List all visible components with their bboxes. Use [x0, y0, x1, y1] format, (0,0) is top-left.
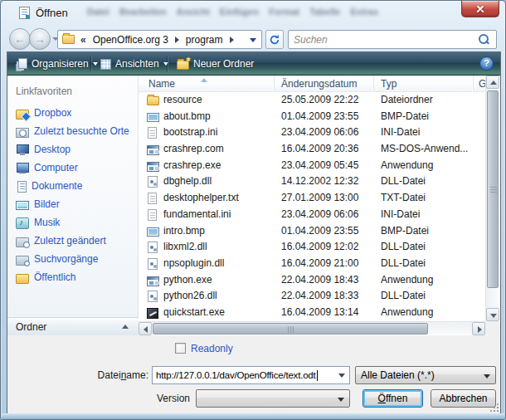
file-type: DLL-Datei [381, 256, 426, 272]
close-icon [475, 4, 485, 14]
column-header-row: Name Änderungsdatum Typ G [139, 76, 485, 92]
readonly-label[interactable]: Readonly [191, 343, 233, 354]
blurred-background-menu: Datei Bearbeiten Ansicht Einfügen Format… [87, 7, 379, 20]
cancel-button[interactable]: Abbrechen [431, 389, 496, 408]
scroll-down-button[interactable] [486, 308, 499, 321]
file-date: 23.04.2009 06:06 [281, 125, 358, 141]
breadcrumb-arrow-icon[interactable] [230, 37, 234, 43]
scroll-up-button[interactable] [486, 76, 499, 89]
sidebar-item-label: Zuletzt geändert [34, 235, 106, 247]
file-date: 22.04.2009 18:43 [281, 272, 358, 289]
favorites-header: Linkfavoriten [16, 85, 72, 97]
organize-button[interactable]: Organisieren [11, 55, 103, 73]
column-header-type[interactable]: Typ [374, 76, 474, 92]
forward-arrow-icon: → [34, 32, 46, 46]
sidebar-item-desktop[interactable]: Desktop [7, 140, 139, 159]
sidebar-item-music[interactable]: Musik [7, 213, 139, 232]
file-row[interactable]: resource 25.05.2009 22:22 Dateiordner [139, 92, 485, 109]
text-caret [317, 370, 318, 381]
folders-expander[interactable]: Ordner [7, 317, 139, 335]
file-name: npsoplugin.dll [163, 256, 224, 272]
views-button[interactable]: Ansichten [95, 55, 173, 73]
dll-file-icon [148, 242, 158, 253]
sidebar-item-dropbox[interactable]: Dropbox [7, 104, 139, 122]
address-breadcrumb-bar[interactable]: « OpenOffice.org 3 program [57, 30, 262, 49]
back-button[interactable]: ← [9, 28, 31, 50]
search-input[interactable] [292, 32, 474, 47]
file-row[interactable]: desktophelper.txt 27.01.2009 13:00 TXT-D… [139, 190, 485, 207]
file-type: BMP-Datei [381, 109, 429, 125]
filetype-combobox[interactable]: Alle Dateien (*.*) [355, 366, 496, 384]
breadcrumb-segment-openoffice[interactable]: OpenOffice.org 3 [90, 34, 172, 46]
address-dropdown-icon[interactable] [250, 38, 256, 42]
sidebar-item-recent-places[interactable]: Zuletzt besuchte Orte [7, 122, 139, 140]
forward-button[interactable]: → [29, 28, 51, 50]
breadcrumb-segment-program[interactable]: program [182, 34, 226, 46]
open-button[interactable]: Öffnen [362, 389, 423, 408]
file-name: python.exe [163, 272, 212, 289]
refresh-button[interactable] [265, 30, 284, 49]
version-combobox[interactable] [196, 389, 350, 408]
file-list-area: Name Änderungsdatum Typ G resource 25.05… [139, 76, 500, 335]
file-row[interactable]: bootstrap.ini 23.04.2009 06:06 INI-Datei [139, 125, 485, 141]
file-row[interactable]: crashrep.com 16.04.2009 20:36 MS-DOS-Anw… [139, 141, 485, 158]
vertical-scroll-thumb[interactable] [487, 90, 499, 288]
file-name: desktophelper.txt [163, 190, 239, 207]
chevron-down-icon [484, 374, 490, 378]
file-name: bootstrap.ini [163, 125, 217, 141]
horizontal-scroll-thumb[interactable] [153, 323, 428, 335]
file-type: Dateiordner [381, 92, 433, 109]
file-row[interactable]: intro.bmp 01.04.2009 23:55 BMP-Datei [139, 223, 485, 240]
file-date: 01.04.2009 23:55 [281, 223, 358, 240]
breadcrumb-arrow-icon[interactable] [175, 37, 179, 43]
sidebar-item-pictures[interactable]: Bilder [7, 195, 139, 213]
sidebar-item-label: Computer [34, 162, 78, 173]
sidebar-item-searches[interactable]: Suchvorgänge [7, 250, 139, 268]
sidebar-item-label: Suchvorgänge [34, 253, 98, 265]
file-row[interactable]: python26.dll 22.04.2009 18:33 DLL-Datei [139, 288, 485, 305]
sidebar-item-recently-changed[interactable]: Zuletzt geändert [7, 232, 139, 250]
file-row[interactable]: dbghelp.dll 14.12.2002 12:32 DLL-Datei [139, 173, 485, 190]
file-row[interactable]: python.exe 22.04.2009 18:43 Anwendung [139, 272, 485, 289]
sidebar-item-label: Musik [34, 217, 60, 228]
file-row[interactable]: fundamental.ini 23.04.2009 06:06 INI-Dat… [139, 207, 485, 223]
filename-input[interactable]: http://127.0.0.1/dav/OpenOffice/text.odt [152, 366, 350, 384]
file-row[interactable]: about.bmp 01.04.2009 23:55 BMP-Datei [139, 109, 485, 125]
help-button[interactable]: ? [479, 56, 494, 71]
file-row[interactable]: quickstart.exe 16.04.2009 13:14 Anwendun… [139, 305, 485, 321]
sidebar-item-computer[interactable]: Computer [7, 159, 139, 177]
sidebar-item-documents[interactable]: Dokumente [7, 177, 139, 195]
filename-dropdown-icon[interactable] [338, 374, 345, 378]
file-name: fundamental.ini [163, 207, 231, 223]
scroll-right-button[interactable] [472, 322, 485, 335]
sidebar-item-public[interactable]: Öffentlich [7, 268, 139, 286]
column-header-date[interactable]: Änderungsdatum [275, 76, 374, 92]
file-date: 16.04.2009 21:00 [281, 256, 358, 272]
sidebar-item-label: Zuletzt besuchte Orte [34, 125, 129, 137]
file-date: 27.01.2009 13:00 [281, 190, 358, 207]
readonly-checkbox[interactable] [175, 343, 186, 354]
file-row[interactable]: npsoplugin.dll 16.04.2009 21:00 DLL-Date… [139, 256, 485, 272]
vertical-scrollbar[interactable] [485, 76, 499, 321]
file-type: MS-DOS-Anwend... [381, 141, 468, 158]
column-header-size[interactable]: G [474, 76, 485, 92]
title-bar[interactable]: Datei Bearbeiten Ansicht Einfügen Format… [1, 1, 506, 26]
scroll-left-button[interactable] [139, 322, 152, 335]
new-folder-button[interactable]: Neuer Ordner [172, 55, 259, 73]
file-name: python26.dll [163, 288, 217, 305]
file-date: 16.04.2009 12:02 [281, 239, 358, 256]
recent-places-icon [16, 128, 29, 138]
file-name: about.bmp [163, 109, 211, 125]
file-type: DLL-Datei [381, 173, 426, 190]
filetype-value: Alle Dateien (*.*) [361, 369, 435, 381]
file-name: resource [163, 92, 202, 109]
horizontal-scrollbar[interactable] [139, 321, 485, 335]
file-row[interactable]: libxml2.dll 16.04.2009 12:02 DLL-Datei [139, 239, 485, 256]
file-type: Anwendung [381, 272, 433, 289]
file-row[interactable]: crashrep.exe 23.04.2009 05:45 Anwendung [139, 158, 485, 174]
file-type: TXT-Datei [381, 190, 426, 207]
close-button[interactable] [461, 1, 499, 17]
breadcrumb-overflow[interactable]: « [80, 34, 86, 46]
back-arrow-icon: ← [14, 32, 26, 46]
file-rows: resource 25.05.2009 22:22 Dateiordner ab… [139, 92, 485, 321]
